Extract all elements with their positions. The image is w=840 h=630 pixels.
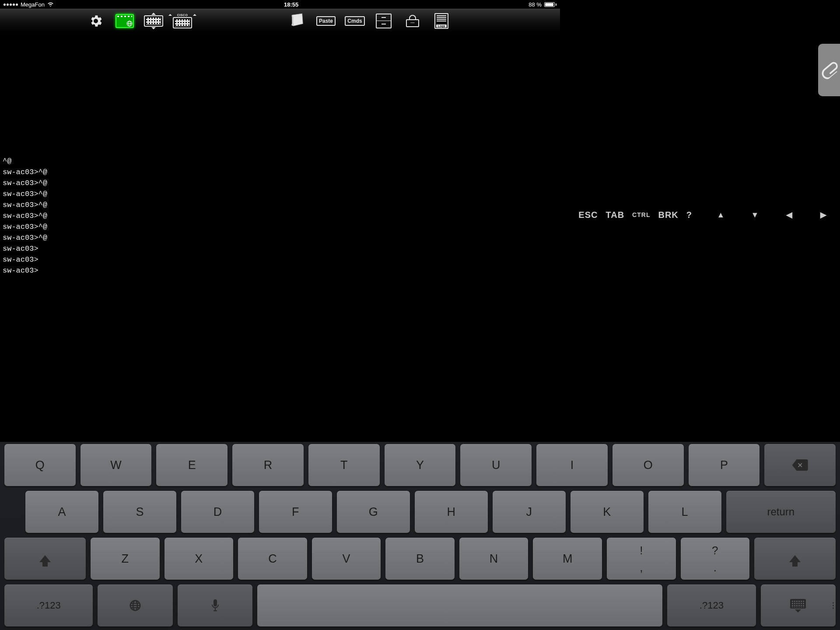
lock-icon: ****	[406, 15, 419, 27]
status-right: 88 %	[528, 1, 556, 8]
file-cabinet-icon	[376, 14, 392, 28]
special-keys-row: ESC TAB CTRL BRK ? ▲ ▼ ◀ ▶	[0, 206, 560, 224]
status-time: 18:55	[284, 1, 298, 8]
connection-button[interactable]	[114, 13, 135, 29]
keyboard-icon	[144, 13, 163, 29]
paste-button[interactable]: Paste	[315, 13, 336, 29]
signal-dots-icon	[4, 4, 18, 6]
sessions-button[interactable]	[373, 13, 394, 29]
keyboard-toggle-button[interactable]	[143, 13, 164, 29]
battery-percent: 88 %	[528, 1, 542, 8]
commands-button[interactable]: Cmds	[344, 13, 365, 29]
scroll-icon	[288, 11, 306, 31]
cisco-keyboard-icon: CISCO	[168, 14, 197, 28]
battery-icon	[544, 2, 556, 7]
wifi-icon	[47, 1, 54, 8]
settings-button[interactable]	[85, 13, 106, 29]
terminal-globe-icon	[116, 14, 134, 28]
status-left: MegaFon	[4, 1, 54, 8]
status-bar: MegaFon 18:55 88 %	[0, 0, 560, 9]
gear-icon	[88, 14, 103, 28]
paste-icon: Paste	[316, 16, 336, 26]
cisco-keyboard-button[interactable]: CISCO	[172, 13, 193, 29]
credentials-button[interactable]: ****	[402, 13, 423, 29]
cmds-icon: Cmds	[345, 16, 364, 26]
script-button[interactable]	[287, 13, 308, 29]
app-toolbar: CISCO Paste Cmds ****	[0, 9, 560, 33]
logs-icon: Logs	[434, 13, 448, 29]
logs-button[interactable]: Logs	[431, 13, 452, 29]
carrier-label: MegaFon	[21, 1, 45, 8]
